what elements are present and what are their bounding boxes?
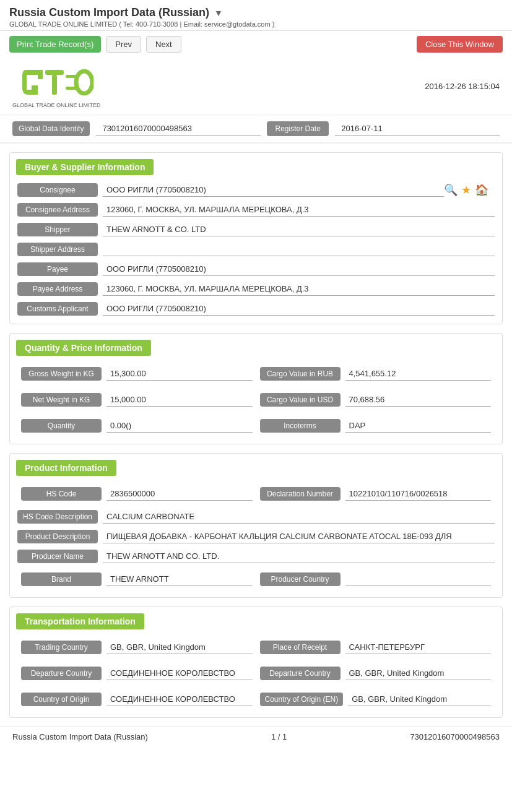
producer-country-field: Producer Country (256, 569, 495, 589)
net-weight-value: 15,000.00 (106, 393, 253, 407)
quantity-label: Quantity (21, 419, 102, 433)
country-origin-field: Country of Origin СОЕДИНЕННОЕ КОРОЛЕВСТВ… (17, 689, 256, 709)
transportation-header: Transportation Information (16, 613, 144, 629)
shipper-row: Shipper THEW ARNOTT & CO. LTD (10, 220, 502, 240)
search-icon[interactable]: 🔍 (444, 183, 458, 197)
cargo-rub-value: 4,541,655.12 (345, 367, 492, 381)
quantity-field: Quantity 0.00() (17, 416, 256, 436)
gross-weight-cargo-rub-row: Gross Weight in KG 15,300.00 Cargo Value… (10, 361, 502, 387)
trading-country-place-receipt-row: Trading Country GB, GBR, United Kingdom … (10, 634, 502, 660)
payee-value: ООО РИГЛИ (7705008210) (103, 262, 495, 276)
cargo-usd-field: Cargo Value in USD 70,688.56 (256, 390, 495, 410)
product-desc-row: Product Description ПИЩЕВАЯ ДОБАВКА - КА… (10, 527, 502, 546)
payee-address-value: 123060, Г. МОСКВА, УЛ. МАРШАЛА МЕРЕЦКОВА… (103, 282, 495, 296)
departure-country-field: Departure Country СОЕДИНЕННОЕ КОРОЛЕВСТВ… (17, 663, 256, 683)
trading-country-value: GB, GBR, United Kingdom (106, 641, 253, 654)
departure-country-row: Departure Country СОЕДИНЕННОЕ КОРОЛЕВСТВ… (10, 660, 502, 686)
net-weight-field: Net Weight in KG 15,000.00 (17, 390, 256, 410)
hs-code-label: HS Code (21, 487, 102, 501)
quantity-value: 0.00() (106, 419, 253, 433)
country-origin-en-field: Country of Origin (EN) GB, GBR, United K… (256, 689, 495, 709)
footer-center: 1 / 1 (271, 732, 287, 741)
gross-weight-value: 15,300.00 (106, 367, 253, 381)
transportation-section: Transportation Information Trading Count… (9, 607, 503, 718)
quantity-price-section: Quantity & Price Information Gross Weigh… (9, 333, 503, 444)
brand-label: Brand (21, 572, 102, 586)
hs-desc-label: HS Code Description (17, 510, 98, 524)
departure-country-en-label: Departure Country (260, 667, 341, 680)
identity-row: Global Data Identity 7301201607000049856… (0, 115, 512, 144)
star-icon[interactable]: ★ (461, 183, 471, 197)
declaration-field: Declaration Number 10221010/110716/00265… (256, 484, 495, 504)
hs-code-field: HS Code 2836500000 (17, 484, 256, 504)
logo-box: GLOBAL TRADE ONLINE LIMITED (12, 64, 101, 108)
payee-address-label: Payee Address (17, 282, 98, 296)
home-icon[interactable]: 🏠 (475, 183, 488, 197)
hs-code-value: 2836500000 (106, 487, 253, 501)
consignee-icons: 🔍 ★ 🏠 (444, 183, 495, 197)
cargo-usd-value: 70,688.56 (345, 393, 492, 407)
declaration-value: 10221010/110716/0026518 (345, 487, 492, 501)
quantity-incoterms-row: Quantity 0.00() Incoterms DAP (10, 413, 502, 439)
country-origin-en-value: GB, GBR, United Kingdom (348, 693, 491, 706)
hs-desc-row: HS Code Description CALCIUM CARBONATE (10, 507, 502, 527)
subtitle: GLOBAL TRADE ONLINE LIMITED ( Tel: 400-7… (9, 20, 503, 28)
register-date-label: Register Date (267, 121, 329, 136)
incoterms-label: Incoterms (260, 419, 341, 433)
shipper-value: THEW ARNOTT & CO. LTD (103, 223, 495, 236)
buyer-supplier-header: Buyer & Supplier Information (16, 159, 154, 175)
transportation-body: Trading Country GB, GBR, United Kingdom … (10, 634, 502, 717)
toolbar-right: Close This Window (417, 36, 503, 53)
country-origin-label: Country of Origin (21, 693, 102, 706)
product-header: Product Information (16, 460, 116, 476)
footer-left: Russia Custom Import Data (Russian) (12, 732, 148, 741)
register-date-value: 2016-07-11 (335, 122, 500, 136)
svg-rect-1 (52, 75, 57, 95)
place-receipt-label: Place of Receipt (260, 641, 341, 654)
page-title: Russia Custom Import Data (Russian) (9, 6, 209, 19)
consignee-address-row: Consignee Address 123060, Г. МОСКВА, УЛ.… (10, 200, 502, 220)
page-footer: Russia Custom Import Data (Russian) 1 / … (0, 727, 512, 746)
trading-country-field: Trading Country GB, GBR, United Kingdom (17, 637, 256, 657)
toolbar: Print Trade Record(s) Prev Next Close Th… (0, 31, 512, 58)
customs-applicant-label: Customs Applicant (17, 302, 98, 316)
svg-point-2 (76, 71, 92, 93)
hs-code-declaration-row: HS Code 2836500000 Declaration Number 10… (10, 481, 502, 507)
consignee-address-value: 123060, Г. МОСКВА, УЛ. МАРШАЛА МЕРЕЦКОВА… (103, 203, 495, 217)
print-button[interactable]: Print Trade Record(s) (9, 36, 101, 53)
logo-area: GLOBAL TRADE ONLINE LIMITED 2016-12-26 1… (0, 58, 512, 115)
product-desc-label: Product Description (17, 530, 98, 543)
consignee-value: ООО РИГЛИ (7705008210) (103, 183, 444, 197)
toolbar-left: Print Trade Record(s) Prev Next (9, 36, 181, 53)
quantity-price-header: Quantity & Price Information (16, 340, 151, 356)
departure-country-en-field: Departure Country GB, GBR, United Kingdo… (256, 663, 495, 683)
next-button[interactable]: Next (146, 36, 181, 53)
consignee-label: Consignee (17, 183, 98, 197)
producer-country-value (345, 572, 492, 586)
datetime: 2016-12-26 18:15:04 (425, 82, 500, 91)
quantity-price-body: Gross Weight in KG 15,300.00 Cargo Value… (10, 361, 502, 444)
payee-address-row: Payee Address 123060, Г. МОСКВА, УЛ. МАР… (10, 279, 502, 299)
cargo-rub-field: Cargo Value in RUB 4,541,655.12 (256, 364, 495, 384)
close-button[interactable]: Close This Window (417, 36, 503, 53)
brand-producer-country-row: Brand THEW ARNOTT Producer Country (10, 566, 502, 592)
prev-button[interactable]: Prev (106, 36, 141, 53)
producer-country-label: Producer Country (260, 572, 341, 586)
svg-rect-0 (45, 70, 64, 75)
net-weight-label: Net Weight in KG (21, 393, 102, 407)
consignee-val-area: ООО РИГЛИ (7705008210) 🔍 ★ 🏠 (103, 183, 495, 197)
shipper-label: Shipper (17, 223, 98, 236)
shipper-address-value (103, 243, 495, 256)
shipper-address-row: Shipper Address (10, 240, 502, 259)
net-weight-cargo-usd-row: Net Weight in KG 15,000.00 Cargo Value i… (10, 387, 502, 413)
footer-right: 73012016070000498563 (410, 732, 500, 741)
country-origin-row: Country of Origin СОЕДИНЕННОЕ КОРОЛЕВСТВ… (10, 686, 502, 712)
declaration-label: Declaration Number (260, 487, 341, 501)
producer-name-row: Producer Name THEW ARNOTT AND CO. LTD. (10, 546, 502, 566)
brand-value: THEW ARNOTT (106, 572, 253, 586)
payee-label: Payee (17, 262, 98, 276)
producer-name-label: Producer Name (17, 550, 98, 563)
logo-tagline: GLOBAL TRADE ONLINE LIMITED (12, 102, 101, 108)
svg-rect-4 (66, 87, 77, 90)
title-dropdown-icon[interactable]: ▼ (214, 8, 223, 18)
